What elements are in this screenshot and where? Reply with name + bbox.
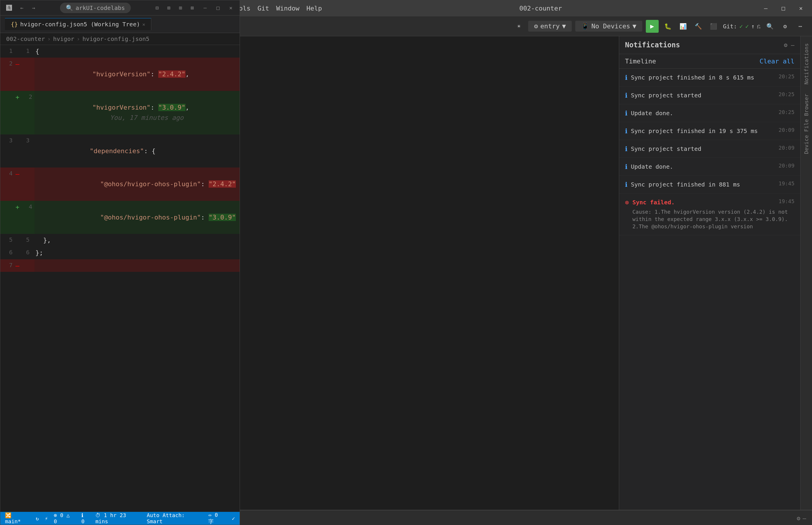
code-line-6: 6 6 }; [173, 246, 240, 259]
notif-content-3: Sync project finished in 19 s 375 ms 20:… [631, 127, 795, 135]
code-line-2-added: + 2 "hvigorVersion": "3.0.9", You, 17 mi… [173, 91, 240, 134]
editor-area: 🅰 ← → 🔍 arkUI-codelabs ⊟ ⊞ ⊞ [173, 36, 619, 510]
git-controls: Git: ✓ ✓ ↑ ⎌ [723, 23, 760, 30]
notifications-list: ℹ Sync project finished in 8 s 615 ms 20… [619, 69, 800, 510]
notif-content-7: Sync failed. 19:45 Cause: 1.The hvigorVe… [632, 198, 795, 230]
build-icon[interactable]: 🔨 [693, 20, 704, 32]
entry-selector[interactable]: ⚙ entry ▼ [528, 21, 572, 32]
profile-icon[interactable]: 📊 [677, 20, 689, 32]
notif-content-6: Sync project finished in 881 ms 19:45 [631, 180, 795, 189]
notif-text-6: Sync project finished in 881 ms [631, 180, 740, 189]
notifications-title: Notifications [625, 41, 680, 49]
code-line-4-added: + 4 "@ohos/hvigor-ohos-plugin": "3.0.9" [173, 201, 240, 234]
main-layout: 📁 🔍 ⎇ 4 ▶ ⬛ 1 ⋯ 💾 🔖 📑 Project ⊟ ⊞ ⚙ ✕ [0, 36, 812, 510]
notif-info-icon-4: ℹ [625, 145, 627, 153]
notif-text-3: Sync project finished in 19 s 375 ms [631, 127, 757, 135]
terminal-settings-icon[interactable]: ⚙ [797, 515, 800, 522]
notifications-timeline-label: Timeline [625, 58, 656, 65]
notifications-header-icons: ⚙ — [784, 42, 795, 48]
entry-dropdown-icon: ▼ [562, 22, 566, 30]
notif-info-icon-1: ℹ [625, 92, 627, 99]
git-label: Git: [723, 23, 737, 30]
code-line-1: 1 1 { [173, 45, 240, 58]
notifications-header: Notifications ⚙ — [619, 36, 800, 54]
search-icon[interactable]: 🔍 [764, 20, 776, 32]
notif-content-1: Sync project started 20:25 [631, 91, 795, 100]
notif-info-icon-0: ℹ [625, 74, 627, 81]
device-label: No Devices [591, 22, 630, 30]
terminal-minimize-icon[interactable]: — [803, 515, 806, 522]
minimize-button[interactable]: — [759, 2, 772, 15]
notification-item-0[interactable]: ℹ Sync project finished in 8 s 615 ms 20… [619, 69, 800, 87]
notification-item-7[interactable]: ⊗ Sync failed. 19:45 Cause: 1.The hvigor… [619, 194, 800, 235]
settings-right-icon[interactable]: ⚙ [779, 20, 791, 32]
notif-content-0: Sync project finished in 8 s 615 ms 20:2… [631, 73, 795, 81]
debug-icon[interactable]: 🐛 [662, 20, 674, 32]
device-dropdown-icon: ▼ [632, 22, 636, 30]
notifications-tab-label[interactable]: Notifications [802, 39, 811, 89]
notif-text-0: Sync project finished in 8 s 615 ms [631, 73, 754, 81]
notifications-timeline-header: Timeline Clear all [619, 54, 800, 69]
notif-time-4: 20:09 [779, 145, 795, 151]
run-button[interactable]: ▶ [646, 20, 659, 33]
notif-time-1: 20:25 [779, 91, 795, 97]
editor-main-area: 🅰 ← → 🔍 arkUI-codelabs ⊟ ⊞ ⊞ [173, 36, 619, 510]
stop-icon[interactable]: ⬛ [708, 20, 720, 32]
terminal-icons: ⚙ — [797, 515, 806, 522]
notification-item-4[interactable]: ℹ Sync project started 20:09 [619, 140, 800, 158]
notif-content-4: Sync project started 20:09 [631, 145, 795, 153]
notif-info-icon-3: ℹ [625, 127, 627, 135]
notif-text-5: Update done. [631, 163, 673, 171]
device-file-browser-label[interactable]: Device File Browser [802, 89, 811, 159]
notifications-settings-icon[interactable]: ⚙ [784, 42, 787, 48]
menu-help[interactable]: Help [306, 5, 322, 12]
notif-text-4: Sync project started [631, 145, 701, 153]
device-selector[interactable]: 📱 No Devices ▼ [575, 21, 642, 32]
git-check2-icon[interactable]: ✓ [745, 23, 749, 30]
window-controls: — □ ✕ [759, 2, 807, 15]
notification-item-5[interactable]: ℹ Update done. 20:09 [619, 158, 800, 176]
menu-git[interactable]: Git [258, 5, 269, 12]
notifications-panel: Notifications ⚙ — Timeline Clear all ℹ S… [619, 36, 800, 510]
code-line-7-removed: 7 — [173, 259, 240, 272]
notif-info-icon-5: ℹ [625, 163, 627, 170]
notification-item-6[interactable]: ℹ Sync project finished in 881 ms 19:45 [619, 176, 800, 194]
code-line-2-removed: 2 — "hvigorVersion": "2.4.2", [173, 58, 240, 91]
code-line-5: 5 5 }, [173, 234, 240, 246]
notif-info-icon-2: ℹ [625, 110, 627, 117]
notif-info-icon-6: ℹ [625, 181, 627, 188]
notif-content-5: Update done. 20:09 [631, 163, 795, 171]
light-icon[interactable]: ☀ [513, 20, 525, 32]
notifications-minimize-icon[interactable]: — [791, 42, 795, 48]
maximize-button[interactable]: □ [777, 2, 790, 15]
notification-item-1[interactable]: ℹ Sync project started 20:25 [619, 87, 800, 104]
code-line-4-removed: 4 — "@ohos/hvigor-ohos-plugin": "2.4.2" [173, 167, 240, 201]
git-revert-icon[interactable]: ⎌ [757, 23, 760, 30]
device-icon: 📱 [581, 22, 589, 30]
close-button[interactable]: ✕ [795, 2, 807, 15]
notif-time-2: 20:25 [779, 109, 795, 115]
notif-text-1: Sync project started [631, 91, 701, 100]
more-icon[interactable]: ⋯ [795, 20, 806, 32]
code-editor[interactable]: 1 1 { 2 — "hvigor [173, 45, 240, 510]
notif-error-icon-7: ⊗ [625, 199, 629, 206]
toolbar-right: ☀ ⚙ entry ▼ 📱 No Devices ▼ ▶ 🐛 📊 🔨 ⬛ Git… [513, 20, 806, 33]
menu-window[interactable]: Window [276, 5, 299, 12]
notif-content-2: Update done. 20:25 [631, 109, 795, 117]
notifications-clear-all[interactable]: Clear all [759, 58, 795, 65]
notif-text-2: Update done. [631, 109, 673, 117]
notif-time-3: 20:09 [779, 127, 795, 133]
notification-item-3[interactable]: ℹ Sync project finished in 19 s 375 ms 2… [619, 122, 800, 140]
notif-time-0: 20:25 [779, 73, 795, 79]
entry-icon: ⚙ [534, 22, 538, 30]
code-line-3: 3 3 "dependencies": { [173, 134, 240, 168]
notif-time-5: 20:09 [779, 163, 795, 169]
entry-label: entry [540, 22, 560, 30]
notification-item-2[interactable]: ℹ Update done. 20:25 [619, 104, 800, 122]
git-branch-icon[interactable]: ↑ [751, 23, 755, 30]
notif-time-7: 19:45 [779, 198, 795, 204]
git-check1-icon[interactable]: ✓ [739, 23, 743, 30]
diff-editor: 🅰 ← → 🔍 arkUI-codelabs ⊟ ⊞ ⊞ [173, 36, 240, 510]
right-side-tab: Notifications Device File Browser [800, 36, 812, 510]
breadcrumb: 002-counter › hvigor › hvigor-config.jso… [173, 36, 240, 45]
